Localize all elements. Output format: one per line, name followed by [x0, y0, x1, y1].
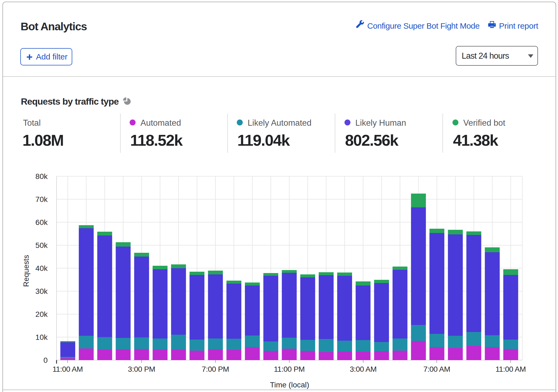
svg-text:50k: 50k [35, 241, 48, 250]
svg-text:60k: 60k [35, 218, 48, 227]
svg-text:Requests: Requests [22, 255, 30, 287]
svg-text:11:00 AM: 11:00 AM [495, 365, 526, 373]
svg-text:20k: 20k [35, 310, 48, 318]
svg-text:3:00 AM: 3:00 AM [350, 365, 376, 373]
svg-text:7:00 PM: 7:00 PM [202, 365, 229, 373]
svg-text:11:00 AM: 11:00 AM [52, 365, 83, 373]
svg-text:3:00 PM: 3:00 PM [128, 365, 155, 373]
svg-text:7:00 AM: 7:00 AM [423, 365, 450, 373]
svg-text:40k: 40k [35, 264, 48, 273]
svg-text:70k: 70k [35, 195, 48, 204]
svg-text:0: 0 [43, 356, 48, 364]
svg-text:80k: 80k [35, 172, 48, 181]
svg-text:Time (local): Time (local) [270, 381, 309, 389]
svg-text:30k: 30k [35, 287, 48, 295]
svg-text:10k: 10k [35, 333, 48, 341]
svg-text:11:00 PM: 11:00 PM [274, 365, 305, 373]
